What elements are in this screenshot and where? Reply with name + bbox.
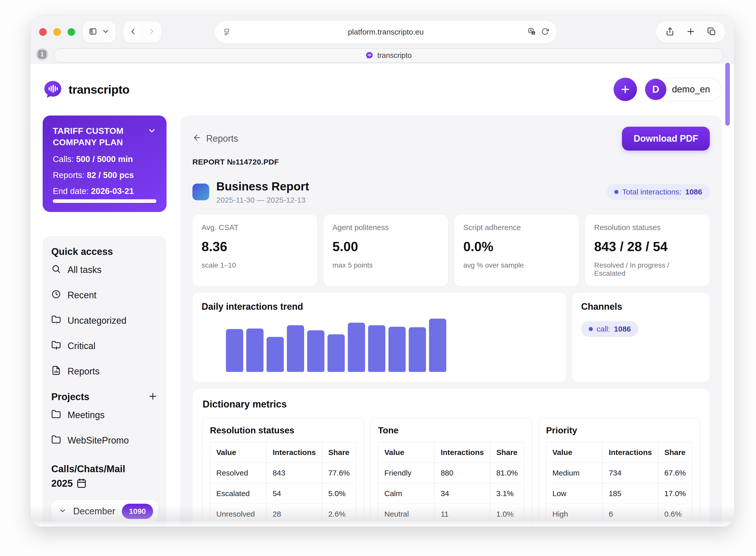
report-title: Business Report [216,179,309,193]
metric-card-csat: Avg. CSAT 8.36 scale 1–10 [192,214,317,286]
search-icon [51,264,61,276]
chevron-down-icon[interactable] [147,125,156,148]
browser-toolbar: platform.transcripto.eu Ax [31,16,734,48]
url-text[interactable]: platform.transcripto.eu [251,28,521,36]
total-label: Total interactions: [622,187,681,196]
report-app-icon [192,183,209,200]
month-count-badge: 1090 [122,504,153,519]
chevron-down-icon[interactable] [102,27,110,37]
forward-icon[interactable] [147,27,155,37]
tab-overview-icon[interactable] [707,27,716,37]
svg-text:?: ? [55,321,58,324]
metric-label: Resolution statuses [594,223,701,232]
share-icon[interactable] [665,27,674,37]
arrow-left-icon [192,133,202,144]
channels-title: Channels [581,301,701,312]
folder-lightning-icon [51,340,61,352]
channel-call-badge: call: 1086 [581,321,639,337]
sidebar-item-recent[interactable]: Recent [51,283,158,308]
sidebar-item-label: WebSitePromo [68,435,129,446]
projects-title: Projects [51,391,89,403]
address-bar[interactable]: platform.transcripto.eu Ax [215,20,557,44]
back-to-reports-link[interactable]: Reports [192,133,238,144]
sidebar-toggle-icon[interactable] [89,27,97,37]
channels-card: Channels call: 1086 [572,293,710,382]
sidebar-item-critical[interactable]: Critical [51,333,158,359]
metric-sub: max 5 points [332,261,439,269]
column-header: Value [210,442,266,463]
trend-bar [266,337,284,372]
daily-trend-bar-chart [226,319,446,372]
sidebar-toggle-group [83,21,116,43]
close-window-button[interactable] [39,28,47,36]
browser-chrome: platform.transcripto.eu Ax 1 transcripto [31,16,734,64]
table-row: High60.6% [546,504,692,524]
table-title: Priority [546,425,692,436]
tab-count-badge[interactable]: 1 [36,48,48,61]
page-scrollbar-thumb[interactable] [725,63,730,126]
sidebar-item-all-tasks[interactable]: All tasks [51,257,158,283]
total-interactions-badge: Total interactions: 1086 [607,184,710,200]
transcripto-logo-icon [43,80,63,99]
metric-value: 5.00 [332,239,439,254]
folder-question-icon: ? [51,315,61,327]
table-card-resolution-statuses: Resolution statuses ValueInteractionsSha… [203,418,363,526]
table-row: Escalated545.0% [210,483,356,504]
calls-group-title: Calls/Chats/Mail 2025 [51,462,135,491]
metric-label: Script adherence [463,223,570,232]
sidebar-item-label: Uncategorized [68,315,127,326]
folder-icon [51,435,61,447]
metric-card-script-adherence: Script adherence 0.0% avg % over sample [454,214,579,286]
daily-trend-card: Daily interactions trend [192,293,566,382]
column-header: Share [322,442,356,463]
nav-buttons [123,21,161,43]
metric-value: 8.36 [202,239,308,254]
new-tab-icon[interactable] [686,27,695,37]
trend-bar [246,328,263,372]
trend-bar [429,319,446,372]
window-controls [39,28,75,36]
translate-icon[interactable]: Ax [528,28,536,36]
resolution-statuses-table: ValueInteractionsShare Resolved84377.6% … [210,442,356,524]
dictionary-title: Dictionary metrics [203,399,699,410]
metric-card-resolution-statuses: Resolution statuses 843 / 28 / 54 Resolv… [585,214,710,286]
dot-icon [589,327,593,331]
browser-tab[interactable]: transcripto [54,48,723,63]
dictionary-metrics-section: Dictionary metrics Resolution statuses V… [192,389,710,526]
sidebar-item-label: All tasks [68,265,102,275]
metric-label: Avg. CSAT [202,223,308,232]
tariff-reports: Reports: 82 / 500 pcs [53,170,156,180]
file-chart-icon [51,366,61,378]
add-project-icon[interactable] [148,391,158,403]
toolbar-right-group [656,21,725,43]
sidebar-item-reports[interactable]: Reports [51,359,158,384]
back-icon[interactable] [130,27,138,37]
month-row-december[interactable]: December 1090 [51,500,158,523]
table-row: Unresolved282.6% [210,504,356,524]
column-header: Share [490,442,524,463]
sidebar-item-meetings[interactable]: Meetings [51,403,158,428]
minimize-window-button[interactable] [53,28,61,36]
add-button[interactable] [614,78,637,101]
tariff-title: TARIFF CUSTOM COMPANY PLAN [53,125,143,148]
tone-table: ValueInteractionsShare Friendly88081.0% … [378,442,524,524]
table-title: Resolution statuses [210,425,356,436]
sidebar-item-websitepromo[interactable]: WebSitePromo [51,428,158,453]
brand[interactable]: transcripto [43,80,130,99]
plus-icon [620,84,631,95]
table-row: Friendly88081.0% [378,463,524,483]
download-pdf-button[interactable]: Download PDF [622,127,710,150]
reader-icon[interactable] [223,28,251,36]
tab-strip: 1 transcripto [31,48,734,64]
sidebar-item-label: Critical [68,341,96,351]
zoom-window-button[interactable] [68,28,75,36]
table-row: Low18517.0% [546,483,692,504]
report-file-name: REPORT №114720.PDF [192,158,710,166]
column-header: Value [546,442,603,463]
trend-bar [409,327,426,372]
clock-icon [51,289,61,301]
reload-icon[interactable] [541,28,549,36]
sidebar-item-uncategorized[interactable]: ? Uncategorized [51,308,158,333]
column-header: Share [658,442,692,463]
user-menu[interactable]: D demo_en [644,78,721,101]
